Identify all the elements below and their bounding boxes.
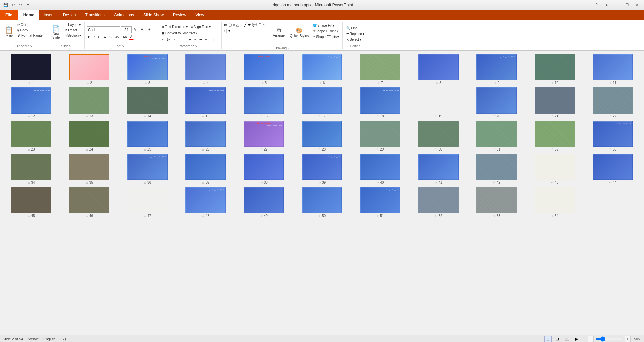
slide-item[interactable]: ☆11	[585, 54, 641, 85]
slide-item[interactable]: ☆34	[3, 154, 59, 184]
slide-item[interactable]: • نکته اول • نکته دوم • نکته سوم☆6	[294, 54, 350, 85]
slide-item[interactable]: ☆23	[3, 121, 59, 151]
slide-item[interactable]: ☆16	[236, 87, 291, 118]
tab-transitions[interactable]: Transitions	[80, 10, 109, 20]
slide-sorter-button[interactable]: ⊟	[554, 336, 561, 342]
tab-design[interactable]: Design	[58, 10, 80, 20]
change-case-button[interactable]: Aa	[121, 35, 128, 40]
decrease-font-button[interactable]: A↓	[140, 27, 146, 32]
new-slide-button[interactable]: 📄 New Slide	[49, 22, 63, 42]
slide-item[interactable]: ☆30	[411, 121, 466, 151]
slide-item[interactable]: • نکته اول • نکته دوم • نکته سوم☆33	[585, 121, 641, 151]
shape-icon-line[interactable]: ╱	[244, 22, 247, 28]
slide-item[interactable]: ☆2	[61, 54, 117, 85]
slide-item[interactable]: ☆13	[61, 87, 117, 118]
slide-item[interactable]: ☆35	[61, 154, 117, 184]
numbering-button[interactable]: 1≡	[165, 37, 172, 42]
slide-item[interactable]: Surface Irrigation☆5	[236, 54, 291, 85]
paragraph-expand-icon[interactable]: ↘	[195, 45, 197, 48]
font-name-input[interactable]	[87, 26, 120, 33]
bold-button[interactable]: B	[87, 35, 92, 40]
shape-icon-bracket[interactable]: [	[226, 28, 228, 33]
cut-button[interactable]: ✂ Cut	[16, 22, 45, 27]
slide-item[interactable]: ☆40	[353, 154, 408, 184]
slide-item[interactable]: ☆46	[61, 187, 117, 218]
shape-icon-freeform[interactable]: 〜	[262, 22, 267, 28]
shape-icon-arrow[interactable]: →	[239, 22, 244, 28]
slide-item[interactable]: • نکته اول • نکته دوم • نکته سوم☆39	[294, 154, 350, 184]
shape-icon-brace[interactable]: {	[224, 28, 226, 33]
slide-item[interactable]: • نکته اول • نکته دوم • نکته سوم☆36	[120, 154, 175, 184]
section-button[interactable]: § Section ▾	[63, 33, 82, 38]
zoom-slider[interactable]	[596, 337, 623, 341]
tab-view[interactable]: View	[191, 10, 209, 20]
slide-item[interactable]: ☆31	[469, 121, 524, 151]
slide-item[interactable]: ☆26	[178, 121, 233, 151]
spacing-button[interactable]: AV	[114, 35, 121, 40]
align-text-button[interactable]: ≡ Align Text ▾	[190, 24, 212, 29]
slide-item[interactable]: Sprinkler Irrigation• نکته اول • نکته دو…	[236, 121, 291, 151]
slide-item[interactable]: ☆17	[294, 87, 350, 118]
slide-item[interactable]: ☆1	[3, 54, 59, 85]
font-color-button[interactable]: A	[129, 34, 134, 40]
slideshow-button[interactable]: ▶	[572, 336, 580, 342]
font-expand-icon[interactable]: ↘	[122, 45, 124, 48]
zoom-in-button[interactable]: +	[625, 336, 631, 342]
copy-button[interactable]: ⎘ Copy	[16, 28, 45, 33]
close-button[interactable]: ✕	[633, 2, 641, 8]
help-button[interactable]: ?	[592, 2, 601, 8]
decrease-indent-button[interactable]: ←	[172, 37, 178, 42]
slide-item[interactable]: ☆29	[353, 121, 408, 151]
slide-item[interactable]: • نکته اول • نکته دوم • نکته سوم☆12	[3, 87, 59, 118]
select-button[interactable]: ↖ Select ▾	[345, 37, 363, 42]
increase-font-button[interactable]: A↑	[132, 27, 139, 32]
slide-item[interactable]: ☆32	[527, 121, 582, 151]
slide-item[interactable]: ☆10	[527, 54, 582, 85]
shape-fill-button[interactable]: 🪣 Shape Fill ▾	[311, 23, 340, 28]
reading-view-button[interactable]: 📖	[563, 336, 570, 342]
increase-indent-button[interactable]: →	[178, 37, 184, 42]
slide-item[interactable]: ☆52	[411, 187, 466, 218]
slide-item[interactable]: ☆44	[585, 154, 641, 184]
slides-panel[interactable]: ☆1☆2آبیاری سطحی• نکته اول • نکته دوم • ن…	[0, 51, 644, 335]
bullets-button[interactable]: ≡	[160, 37, 165, 42]
shape-outline-button[interactable]: □ Shape Outline ▾	[311, 29, 340, 34]
slide-item[interactable]: آبیاری سطحی• نکته اول • نکته دوم • نکته …	[120, 54, 175, 85]
slide-item[interactable]: ☆19	[411, 87, 466, 118]
shape-more-icon[interactable]: ▾	[228, 28, 231, 33]
slide-item[interactable]: ☆25	[120, 121, 175, 151]
tab-file[interactable]: File	[0, 10, 18, 20]
slide-item[interactable]: • نکته اول • نکته دوم • نکته سوم☆48	[178, 187, 233, 218]
slide-item[interactable]: ☆45	[3, 187, 59, 218]
justify-button[interactable]: ≡	[204, 37, 209, 42]
normal-view-button[interactable]: ⊞	[544, 336, 552, 342]
slide-item[interactable]: ☆20	[469, 87, 524, 118]
tab-animations[interactable]: Animations	[109, 10, 139, 20]
redo-button[interactable]: ↪	[17, 2, 24, 8]
slide-item[interactable]: ☆7	[353, 54, 408, 85]
shape-icon-curve[interactable]: ⌒	[258, 22, 262, 28]
tab-slideshow[interactable]: Slide Show	[139, 10, 168, 20]
align-right-button[interactable]: ➡	[198, 37, 203, 42]
slide-item[interactable]: ☆54	[527, 187, 582, 218]
shape-effects-button[interactable]: ✦ Shape Effects ▾	[311, 34, 340, 39]
clear-format-button[interactable]: ✦	[147, 27, 152, 32]
shape-icon-rounded[interactable]: ▢	[228, 22, 232, 28]
drawing-expand-icon[interactable]: ↘	[287, 47, 290, 50]
slide-item[interactable]: • نکته اول • نکته دوم • نکته سوم☆9	[469, 54, 524, 85]
slide-item[interactable]: ☆47	[120, 187, 175, 218]
underline-button[interactable]: U	[97, 35, 102, 40]
tab-insert[interactable]: Insert	[39, 10, 58, 20]
qat-more-button[interactable]: ▾	[25, 2, 31, 8]
slide-item[interactable]: ☆14	[120, 87, 175, 118]
slide-item[interactable]: ☆24	[61, 121, 117, 151]
restore-button[interactable]: ❐	[623, 2, 631, 8]
center-button[interactable]: ≡	[193, 37, 198, 42]
zoom-out-button[interactable]: −	[588, 336, 594, 342]
slide-item[interactable]: • نکته اول • نکته دوم • نکته سوم☆18	[353, 87, 408, 118]
align-left-button[interactable]: ⬅	[187, 37, 193, 42]
format-painter-button[interactable]: 🖌 Format Painter	[16, 33, 45, 38]
slide-item[interactable]: ☆50	[294, 187, 350, 218]
slide-item[interactable]: • نکته اول • نکته دوم • نکته سوم☆15	[178, 87, 233, 118]
strikethrough-button[interactable]: S	[102, 35, 107, 40]
